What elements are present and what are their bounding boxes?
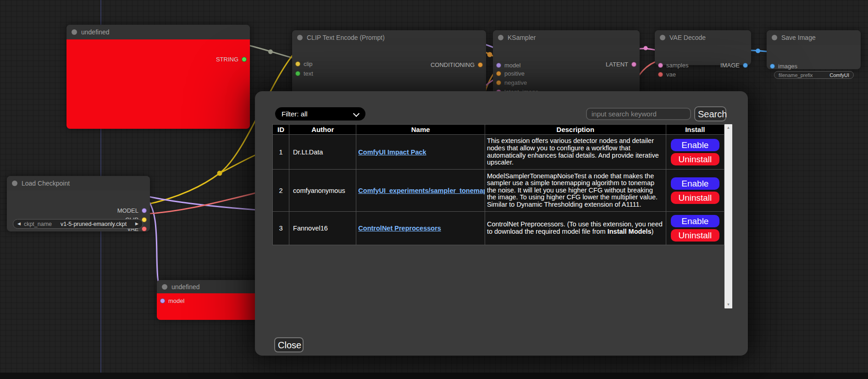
output-slot-model[interactable]: MODEL: [117, 207, 147, 214]
node-title: undefined: [171, 283, 200, 291]
node-title: KSampler: [508, 34, 536, 41]
input-slot-model[interactable]: model: [160, 297, 184, 304]
node-save-image[interactable]: Save Image images filename_prefix ComfyU…: [767, 30, 861, 69]
uninstall-button[interactable]: Uninstall: [671, 229, 719, 242]
input-dot-images[interactable]: [770, 64, 775, 69]
input-dot-samples[interactable]: [658, 63, 663, 68]
header-name: Name: [356, 125, 485, 135]
output-slot-conditioning[interactable]: CONDITIONING: [431, 61, 483, 68]
output-dot-vae[interactable]: [142, 226, 147, 231]
collapse-dot-icon[interactable]: [162, 284, 167, 290]
node-title: Load Checkpoint: [22, 180, 70, 187]
search-button[interactable]: Search: [694, 106, 726, 121]
node-body: model: [157, 293, 260, 320]
input-slot-samples[interactable]: samples: [658, 61, 688, 69]
scroll-up-icon[interactable]: ▲: [724, 126, 732, 130]
node-title-bar[interactable]: VAE Decode: [655, 30, 751, 45]
collapse-dot-icon[interactable]: [498, 35, 503, 40]
collapse-dot-icon[interactable]: [12, 181, 17, 186]
input-dot-vae[interactable]: [658, 72, 663, 77]
prev-arrow-icon[interactable]: ◀: [17, 222, 21, 226]
table-row: 3 Fannovel16 ControlNet Preprocessors Co…: [273, 212, 724, 245]
cell-author: Fannovel16: [289, 212, 356, 245]
widget-label: filename_prefix: [779, 72, 813, 78]
collapse-dot-icon[interactable]: [297, 35, 303, 40]
enable-button[interactable]: Enable: [671, 215, 719, 227]
node-undefined-bottom[interactable]: undefined model: [157, 280, 260, 320]
input-slot-model[interactable]: model: [496, 61, 520, 69]
node-body: MODEL CLIP VAE ◀ ckpt_name v1-5-pruned-e…: [7, 191, 150, 231]
reroute-dot-image[interactable]: [756, 49, 760, 53]
node-title-bar[interactable]: undefined: [157, 280, 260, 293]
node-body: samples vae IMAGE: [655, 45, 751, 65]
output-dot-string[interactable]: [242, 57, 247, 62]
node-load-checkpoint[interactable]: Load Checkpoint MODEL CLIP VAE ◀ ckpt_na…: [7, 176, 150, 231]
node-title-bar[interactable]: KSampler: [493, 30, 640, 45]
node-title: VAE Decode: [669, 34, 706, 41]
node-title-bar[interactable]: Save Image: [767, 30, 861, 45]
search-input[interactable]: [586, 108, 691, 120]
enable-button[interactable]: Enable: [671, 177, 719, 190]
input-dot-positive[interactable]: [496, 71, 501, 76]
collapse-dot-icon[interactable]: [772, 35, 777, 40]
node-title-bar[interactable]: undefined: [66, 25, 250, 39]
extension-link[interactable]: ControlNet Preprocessors: [358, 225, 441, 232]
ckpt-name-widget[interactable]: ◀ ckpt_name v1-5-pruned-emaonly.ckpt ▶: [13, 219, 143, 229]
extension-link[interactable]: ComfyUI_experiments/sampler_tonemap: [358, 187, 485, 194]
reroute-dot-latent[interactable]: [644, 46, 648, 50]
output-slot-string[interactable]: STRING: [216, 55, 247, 63]
collapse-dot-icon[interactable]: [72, 29, 77, 35]
wire-model-right: [144, 196, 257, 210]
node-undefined-top[interactable]: undefined STRING: [66, 25, 250, 129]
input-dot-text[interactable]: [295, 71, 300, 76]
filename-prefix-widget[interactable]: filename_prefix ComfyUI: [774, 71, 854, 79]
wire-vae-right: [144, 192, 258, 214]
reroute-dot-string[interactable]: [268, 49, 273, 54]
wire-string-to-text: [244, 44, 298, 59]
cell-id: 1: [273, 135, 289, 170]
input-dot-model[interactable]: [496, 63, 501, 68]
output-label: STRING: [216, 56, 238, 63]
cell-id: 3: [273, 212, 289, 245]
uninstall-button[interactable]: Uninstall: [671, 192, 719, 204]
input-dot-clip[interactable]: [295, 61, 300, 66]
input-slot-positive[interactable]: positive: [496, 70, 525, 77]
node-title-bar[interactable]: Load Checkpoint: [7, 176, 150, 191]
filter-select[interactable]: Filter: all: [275, 107, 365, 121]
widget-value[interactable]: v1-5-pruned-emaonly.ckpt: [61, 221, 127, 227]
uninstall-button[interactable]: Uninstall: [671, 153, 719, 165]
table-row: 1 Dr.Lt.Data ComfyUI Impact Pack This ex…: [273, 135, 724, 170]
output-dot-image[interactable]: [743, 63, 748, 68]
table-row: 2 comfyanonymous ComfyUI_experiments/sam…: [273, 170, 724, 212]
node-ksampler[interactable]: KSampler model positive negative latent_…: [493, 30, 640, 94]
input-slot-vae[interactable]: vae: [658, 71, 676, 78]
input-slot-negative[interactable]: negative: [496, 79, 527, 86]
extension-link[interactable]: ComfyUI Impact Pack: [358, 148, 426, 156]
output-dot-model[interactable]: [142, 208, 147, 213]
table-scrollbar[interactable]: ▲ ▼: [724, 124, 732, 308]
node-body: model positive negative latent_image LAT…: [493, 45, 640, 94]
output-slot-image[interactable]: IMAGE: [720, 61, 748, 69]
collapse-dot-icon[interactable]: [660, 35, 665, 40]
output-dot-latent[interactable]: [631, 62, 636, 67]
node-clip-text-encode[interactable]: CLIP Text Encode (Prompt) clip text COND…: [292, 30, 486, 94]
node-graph-canvas[interactable]: undefined STRING CLIP Text Encode (Promp…: [0, 0, 868, 379]
enable-button[interactable]: Enable: [671, 139, 719, 151]
node-title-bar[interactable]: CLIP Text Encode (Prompt): [292, 30, 486, 45]
reroute-dot-cond[interactable]: [487, 52, 492, 57]
input-slot-text[interactable]: text: [295, 70, 313, 77]
scroll-down-icon[interactable]: ▼: [724, 302, 732, 307]
widget-value[interactable]: ComfyUI: [829, 72, 849, 78]
input-dot-model[interactable]: [160, 298, 165, 303]
input-dot-negative[interactable]: [496, 80, 501, 85]
output-slot-latent[interactable]: LATENT: [606, 60, 636, 68]
next-arrow-icon[interactable]: ▶: [135, 222, 138, 226]
reroute-dot-clip[interactable]: [217, 171, 222, 176]
cell-description: ControlNet Preprocessors. (To use this e…: [485, 212, 666, 245]
output-dot-conditioning[interactable]: [478, 62, 483, 67]
node-title: undefined: [81, 28, 110, 36]
close-button[interactable]: Close: [274, 337, 304, 352]
node-vae-decode[interactable]: VAE Decode samples vae IMAGE: [655, 30, 751, 65]
input-slot-clip[interactable]: clip: [295, 60, 313, 67]
input-slot-images[interactable]: images: [770, 62, 797, 70]
